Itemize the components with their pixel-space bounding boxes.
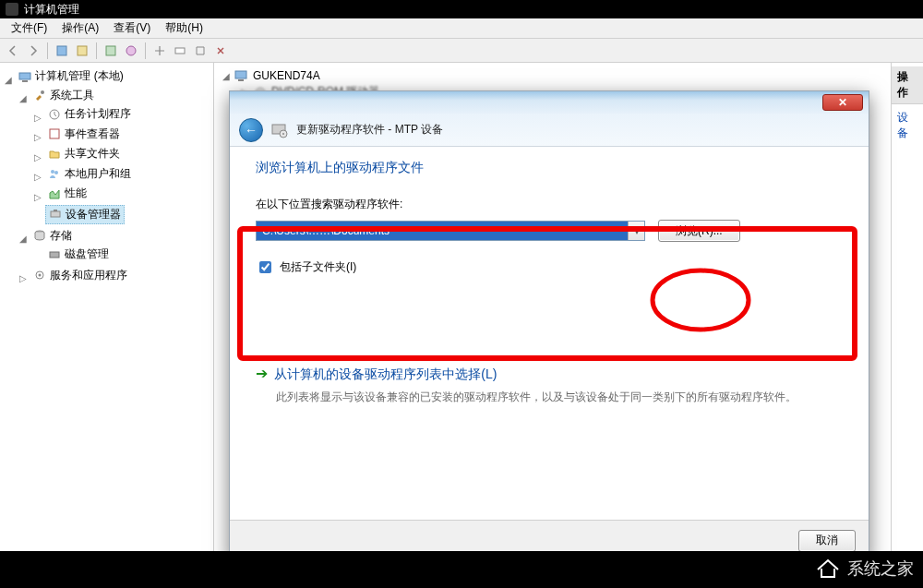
tree-task-label: 任务计划程序 — [65, 106, 131, 122]
svg-rect-6 — [22, 80, 28, 82]
tree-root[interactable]: 计算机管理 (本地) — [16, 67, 126, 85]
expand-icon[interactable]: ▷ — [33, 152, 42, 162]
combo-dropdown-button[interactable]: ▾ — [628, 222, 644, 240]
svg-rect-15 — [50, 252, 59, 258]
menu-help[interactable]: 帮助(H) — [158, 18, 210, 38]
folder-share-icon — [48, 148, 61, 161]
tree-shared-folders[interactable]: 共享文件夹 — [45, 145, 123, 162]
computer-mgmt-icon — [18, 70, 31, 83]
cancel-button[interactable]: 取消 — [798, 530, 856, 552]
svg-point-3 — [126, 46, 136, 55]
expand-icon[interactable]: ▷ — [33, 113, 42, 123]
clock-icon — [48, 108, 61, 121]
tree-devmgr-label: 设备管理器 — [66, 207, 121, 222]
tree-storage-label: 存储 — [50, 228, 72, 244]
event-icon — [48, 127, 61, 140]
tree-event-label: 事件查看器 — [65, 126, 120, 142]
location-label: 在以下位置搜索驱动程序软件: — [256, 197, 843, 212]
tool-icon-6[interactable] — [171, 42, 189, 60]
expand-icon[interactable]: ▷ — [33, 192, 42, 202]
tool-icon-7[interactable] — [191, 42, 210, 60]
svg-point-10 — [51, 170, 54, 174]
close-icon: ✕ — [838, 96, 847, 109]
dialog-titlebar[interactable]: ✕ — [230, 91, 869, 114]
tree-event-viewer[interactable]: 事件查看器 — [45, 126, 123, 143]
section-title: 浏览计算机上的驱动程序文件 — [256, 160, 843, 176]
computer-icon — [234, 69, 249, 82]
expand-icon[interactable]: ▷ — [33, 132, 42, 142]
include-subfolders-checkbox[interactable] — [259, 261, 271, 273]
dialog-header: ← 更新驱动程序软件 - MTP 设备 — [230, 114, 869, 147]
svg-rect-13 — [54, 210, 57, 211]
svg-rect-5 — [19, 73, 30, 79]
driver-cd-icon — [270, 121, 289, 139]
svg-rect-12 — [51, 211, 60, 217]
dialog-close-button[interactable]: ✕ — [822, 94, 863, 111]
tools-icon — [33, 89, 46, 102]
nav-fwd-icon[interactable] — [24, 42, 42, 60]
right-pane-header: 操作 — [892, 66, 923, 104]
bottom-bar — [0, 551, 923, 588]
right-pane-link[interactable]: 设备 — [892, 104, 923, 147]
tool-icon-8[interactable] — [211, 42, 230, 60]
svg-point-7 — [41, 90, 44, 94]
computer-name[interactable]: GUKEND74A — [253, 69, 320, 82]
arrow-right-icon: ➔ — [256, 366, 268, 381]
expand-icon[interactable]: ◢ — [18, 93, 28, 103]
tree-system-tools-label: 系统工具 — [50, 88, 94, 103]
tree-services-label: 服务和应用程序 — [50, 268, 127, 283]
tree-services-apps[interactable]: 服务和应用程序 — [30, 267, 130, 284]
toolbar — [0, 39, 923, 63]
tree-storage[interactable]: 存储 — [30, 227, 75, 245]
back-arrow-icon: ← — [245, 123, 258, 138]
menu-bar: 文件(F) 操作(A) 查看(V) 帮助(H) — [0, 18, 923, 39]
svg-rect-1 — [78, 46, 87, 55]
svg-rect-4 — [175, 48, 185, 54]
expand-icon[interactable]: ◢ — [4, 75, 13, 85]
app-icon — [6, 3, 18, 16]
tree-shared-label: 共享文件夹 — [65, 146, 120, 162]
browse-button[interactable]: 浏览(R)... — [658, 220, 740, 242]
menu-action[interactable]: 操作(A) — [54, 18, 106, 38]
disk-icon — [48, 248, 61, 261]
menu-file[interactable]: 文件(F) — [4, 18, 54, 38]
svg-point-17 — [39, 274, 42, 277]
tree-device-manager[interactable]: 设备管理器 — [45, 205, 125, 224]
nav-back-icon[interactable] — [4, 42, 22, 60]
perf-icon — [48, 187, 61, 200]
tool-icon-5[interactable] — [150, 42, 169, 60]
tree-local-users[interactable]: 本地用户和组 — [45, 165, 134, 183]
window-titlebar: 计算机管理 — [0, 0, 923, 18]
path-combobox[interactable]: C:\Users\……\Documents ▾ — [256, 221, 645, 241]
users-icon — [48, 167, 61, 180]
expand-icon[interactable]: ▷ — [33, 172, 42, 182]
storage-icon — [33, 229, 46, 242]
tool-icon-4[interactable] — [122, 42, 140, 60]
chevron-down-icon: ▾ — [634, 224, 640, 237]
path-value[interactable]: C:\Users\……\Documents — [257, 222, 628, 240]
menu-view[interactable]: 查看(V) — [106, 18, 158, 38]
svg-rect-18 — [235, 71, 246, 78]
dialog-back-button[interactable]: ← — [239, 118, 263, 142]
tool-icon-3[interactable] — [102, 42, 120, 60]
pick-from-list-option[interactable]: ➔ 从计算机的设备驱动程序列表中选择(L) 此列表将显示与该设备兼容的已安装的驱… — [256, 365, 843, 406]
svg-rect-19 — [238, 79, 244, 81]
tool-icon-2[interactable] — [73, 42, 91, 60]
svg-point-26 — [282, 133, 284, 135]
svg-rect-9 — [50, 129, 59, 138]
svg-point-11 — [54, 171, 58, 174]
expand-icon[interactable]: ▷ — [18, 273, 28, 283]
right-pane: 操作 设备 — [892, 63, 923, 588]
svg-rect-2 — [106, 46, 115, 55]
left-tree-pane: ◢ 计算机管理 (本地) ◢ — [0, 63, 214, 588]
tool-icon-1[interactable] — [53, 42, 71, 60]
tree-users-label: 本地用户和组 — [65, 166, 131, 182]
tree-system-tools[interactable]: 系统工具 — [30, 87, 97, 104]
expand-icon[interactable]: ◢ — [18, 234, 28, 244]
window-title: 计算机管理 — [24, 2, 79, 18]
expand-icon[interactable]: ◢ — [222, 71, 231, 81]
dialog-title: 更新驱动程序软件 - MTP 设备 — [296, 122, 443, 138]
tree-disk-mgmt[interactable]: 磁盘管理 — [45, 246, 112, 263]
tree-task-scheduler[interactable]: 任务计划程序 — [45, 105, 134, 123]
tree-performance[interactable]: 性能 — [45, 185, 90, 202]
